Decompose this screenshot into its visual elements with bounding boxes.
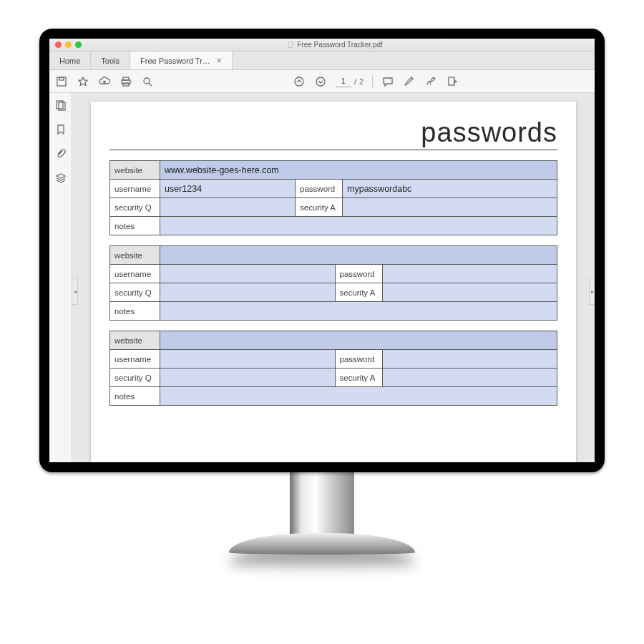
label-securitya: security A [296, 198, 343, 217]
comment-icon[interactable] [381, 75, 394, 88]
share-icon[interactable] [446, 75, 459, 88]
label-notes: notes [110, 302, 160, 321]
label-securityq: security Q [110, 283, 160, 302]
svg-line-7 [149, 83, 152, 86]
label-password: password [335, 265, 382, 283]
tab-document-label: Free Password Tr… [140, 57, 210, 65]
field-notes[interactable] [160, 302, 557, 321]
label-website: website [110, 246, 160, 265]
svg-point-8 [295, 77, 303, 86]
page-heading: passwords [109, 117, 557, 150]
page-current-input[interactable] [336, 76, 351, 87]
field-securitya[interactable] [382, 369, 557, 387]
field-securityq[interactable] [160, 369, 336, 387]
field-password[interactable] [382, 350, 557, 369]
close-tab-icon[interactable]: ✕ [216, 57, 222, 64]
label-password: password [296, 180, 343, 198]
svg-rect-2 [59, 77, 64, 80]
label-notes: notes [110, 387, 160, 406]
cloud-upload-icon[interactable] [98, 75, 111, 88]
label-securitya: security A [335, 283, 382, 302]
toolbar: / 2 [49, 70, 595, 93]
field-notes[interactable] [160, 387, 557, 406]
field-securityq[interactable] [160, 283, 336, 302]
label-username: username [110, 180, 160, 198]
attachment-icon[interactable] [54, 147, 67, 160]
close-button[interactable] [55, 42, 62, 48]
label-password: password [335, 350, 382, 369]
minimize-button[interactable] [65, 42, 72, 48]
bookmark-icon[interactable] [54, 123, 67, 136]
password-entry: website username password security Q [109, 245, 557, 321]
label-notes: notes [110, 217, 160, 235]
window-title: Free Password Tracker.pdf [82, 41, 589, 49]
field-website[interactable] [160, 246, 557, 265]
tab-document[interactable]: Free Password Tr… ✕ [130, 52, 233, 69]
label-securitya: security A [335, 369, 382, 387]
thumbnails-icon[interactable] [54, 99, 67, 112]
label-username: username [110, 265, 160, 283]
toolbar-separator [372, 75, 373, 88]
screen: Free Password Tracker.pdf Home Tools Fre… [49, 39, 595, 462]
field-password[interactable]: mypasswordabc [343, 180, 557, 198]
field-username[interactable] [160, 265, 336, 283]
field-securitya[interactable] [343, 198, 557, 217]
field-username[interactable]: user1234 [160, 180, 296, 198]
field-notes[interactable] [160, 217, 557, 235]
monitor-frame: Free Password Tracker.pdf Home Tools Fre… [39, 29, 605, 472]
highlight-icon[interactable] [403, 75, 416, 88]
svg-rect-1 [57, 77, 66, 86]
monitor-stand-base [229, 533, 415, 555]
label-username: username [110, 350, 160, 369]
field-securitya[interactable] [382, 283, 557, 302]
svg-rect-10 [449, 77, 454, 85]
label-securityq: security Q [110, 369, 160, 387]
monitor-stand-neck [290, 469, 354, 540]
svg-point-9 [316, 77, 325, 86]
page-down-icon[interactable] [314, 75, 327, 88]
pdf-file-icon [288, 42, 294, 48]
tab-tools[interactable]: Tools [91, 52, 130, 69]
tab-home[interactable]: Home [49, 52, 91, 69]
maximize-button[interactable] [75, 42, 82, 48]
tab-bar: Home Tools Free Password Tr… ✕ [49, 52, 595, 70]
page-indicator: / 2 [336, 76, 364, 87]
svg-point-6 [144, 78, 150, 84]
print-icon[interactable] [119, 75, 132, 88]
sign-icon[interactable] [424, 75, 437, 88]
label-securityq: security Q [110, 198, 160, 217]
svg-rect-5 [123, 83, 129, 86]
password-entry: website www.website-goes-here.com userna… [109, 160, 557, 235]
viewer-area: ◂ ▸ passwords website www.website-goes-h… [49, 93, 595, 462]
star-icon[interactable] [77, 75, 89, 88]
page-up-icon[interactable] [293, 75, 306, 88]
search-icon[interactable] [141, 75, 154, 88]
field-password[interactable] [382, 265, 557, 283]
field-website[interactable] [160, 331, 557, 350]
pdf-page: passwords website www.website-goes-here.… [91, 102, 576, 462]
field-securityq[interactable] [160, 198, 296, 217]
label-website: website [110, 331, 160, 350]
label-website: website [110, 161, 160, 180]
page-separator: / [354, 77, 356, 86]
password-entry: website username password security Q [109, 331, 557, 406]
layers-icon[interactable] [54, 172, 67, 185]
svg-rect-0 [288, 42, 293, 48]
field-username[interactable] [160, 350, 336, 369]
page-total: 2 [359, 77, 364, 86]
side-panel-rail [49, 93, 72, 462]
save-icon[interactable] [55, 75, 68, 88]
document-viewport[interactable]: passwords website www.website-goes-here.… [72, 93, 595, 462]
window-controls [55, 42, 82, 48]
window-titlebar: Free Password Tracker.pdf [49, 39, 595, 52]
field-website[interactable]: www.website-goes-here.com [160, 161, 557, 180]
